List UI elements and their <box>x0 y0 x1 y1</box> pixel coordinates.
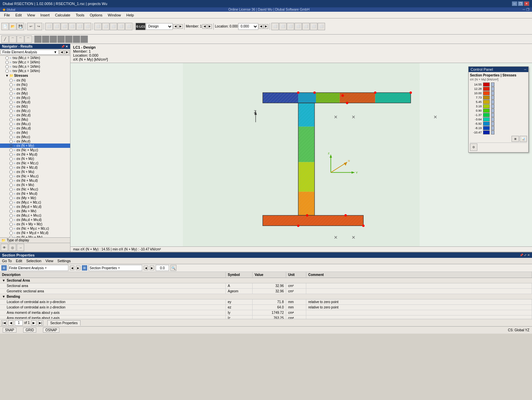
cp-chart-btn[interactable]: 📊 <box>520 136 527 142</box>
menu-window[interactable]: Window <box>105 12 123 18</box>
analysis-prev[interactable]: ◀ <box>70 266 74 270</box>
nav-item-sigma-nc-myc-mzc[interactable]: ≈ σx (Nc + My,c + Mz,c) <box>0 226 70 231</box>
nav-item-sigma-nc-muc[interactable]: ≈ σx (Nc + Mu,c) <box>0 174 70 178</box>
nav-item-sigma-ni-mvd[interactable]: ≈ σx (Ni + Mv,d) <box>0 191 70 196</box>
section-panel-controls[interactable]: 📌 ⤢ ✕ <box>520 253 530 257</box>
nav-item-sigma-mu[interactable]: ≈ σx (Mu) <box>0 117 70 122</box>
nav-item-sigma-nc[interactable]: ≈ σx (Nc) <box>0 82 70 87</box>
sub-minimize[interactable]: ─ <box>523 8 525 11</box>
draw8-button[interactable] <box>57 36 65 43</box>
draw3-button[interactable]: ⌒ <box>17 36 24 43</box>
minimize-button[interactable]: ─ <box>512 1 517 6</box>
nav7-button[interactable]: ⬜ <box>318 23 325 30</box>
nav-item-sigma-n-mu-mv[interactable]: ≈ σx (N + Mu + Mv) <box>0 235 70 237</box>
undo-button[interactable]: ↩ <box>27 23 35 30</box>
draw9-button[interactable] <box>65 36 72 43</box>
nav-item-sigma-mud-mvd[interactable]: ≈ σx (Mu,d + Mv,d) <box>0 218 70 222</box>
nav-item-sigma-ni-myd[interactable]: ≈ σx (Ni + My,d) <box>0 152 70 157</box>
disp1-button[interactable]: ⬜ <box>94 23 102 30</box>
nav-item-sigma-mz[interactable]: ≈ σx (Mz) <box>0 104 70 109</box>
draw4-button[interactable]: ⌒ <box>24 36 32 43</box>
section-panel-close[interactable]: ✕ <box>527 253 530 257</box>
nav-item-sigma-mvc[interactable]: ≈ σx (Mv,c) <box>0 135 70 139</box>
nav-item-sigma-n[interactable]: ≈ σx (N) <box>0 78 70 82</box>
control-panel-close[interactable]: ─ <box>524 68 526 71</box>
menu-edit[interactable]: Edit <box>13 12 24 18</box>
nav-bottom-btn2[interactable]: ◎ <box>9 244 16 251</box>
loc-prev[interactable]: ◀ <box>259 24 263 29</box>
nav2-button[interactable]: ⬜ <box>279 23 286 30</box>
page-first-button[interactable]: |◀ <box>1 320 7 326</box>
sub-restore[interactable]: ❐ <box>526 8 529 11</box>
disp4-button[interactable]: ⬜ <box>117 23 125 30</box>
navigator-header-buttons[interactable]: 📌 ✕ <box>61 45 68 48</box>
loc-next[interactable]: ▶ <box>264 24 268 29</box>
page-current-input[interactable] <box>15 320 23 326</box>
nav-item-tau-xv-ms[interactable]: ≈ τxv (Mc,s = 1kNm) <box>0 69 70 73</box>
grid-status[interactable]: GRID <box>23 328 36 333</box>
menu-help[interactable]: Help <box>123 12 137 18</box>
redo-button[interactable]: ↪ <box>35 23 42 30</box>
restore-button[interactable]: ❐ <box>518 1 523 6</box>
analysis-combo[interactable]: Finite Element Analysis ▼ <box>8 265 68 271</box>
disp5-button[interactable]: ⬜ <box>125 23 132 30</box>
draw10-button[interactable] <box>73 36 80 43</box>
nav-item-sigma-my[interactable]: ≈ σx (My) <box>0 91 70 96</box>
nav-pin-button[interactable]: 📌 <box>61 45 65 48</box>
draw1-button[interactable]: ╱ <box>1 36 9 43</box>
nav-item-sigma-mvd[interactable]: ≈ σx (Mv,d) <box>0 139 70 144</box>
nav-item-sigma-ni-myd-mzd[interactable]: ≈ σx (Ni + My,d + Mz,d) <box>0 231 70 235</box>
disp2-button[interactable]: ⬜ <box>102 23 109 30</box>
open-button[interactable]: 📂 <box>9 23 16 30</box>
zoom5-button[interactable]: ⬜ <box>76 23 84 30</box>
new-button[interactable]: 📄 <box>1 23 9 30</box>
nav-item-sigma-ni-mzd[interactable]: ≈ σx (Ni + Mz,d) <box>0 165 70 170</box>
nav-item-sigma-ni-mud[interactable]: ≈ σx (Ni + Mu,d) <box>0 178 70 183</box>
section-menu-edit[interactable]: Edit <box>14 259 23 263</box>
page-last-button[interactable]: ▶| <box>38 320 43 326</box>
lc-select[interactable]: Design <box>146 23 173 30</box>
nav-item-sigma-mv[interactable]: ≈ σx (Mv) <box>0 130 70 135</box>
zoom2-button[interactable]: ⬜ <box>53 23 60 30</box>
section-menu-settings[interactable]: Settings <box>56 259 72 263</box>
nav-item-tau-xv-mc[interactable]: ≈ τxv (Mc,c = 1kNm) <box>0 60 70 64</box>
nav-group-stresses[interactable]: ▼ 📁 Stresses <box>0 73 70 78</box>
nav-item-sigma-mzc[interactable]: ≈ σx (Mz,c) <box>0 109 70 113</box>
nav-item-sigma-n-my-selected[interactable]: ≈ σx (N + My) <box>0 144 70 148</box>
nav-item-sigma-mzd[interactable]: ≈ σx (Mz,d) <box>0 113 70 117</box>
menu-calculate[interactable]: Calculate <box>52 12 73 18</box>
save-button[interactable]: 💾 <box>17 23 24 30</box>
cp-table-btn[interactable]: ⊞ <box>512 136 519 142</box>
nav-forward-button[interactable]: ▶ <box>65 50 69 55</box>
nav-item-sigma-n-mu[interactable]: ≈ σx (N + Mu) <box>0 170 70 174</box>
draw5-button[interactable] <box>34 36 42 43</box>
lc-prev[interactable]: ◀ <box>173 24 178 29</box>
section-combo[interactable]: Section Properties ▼ <box>89 265 142 271</box>
nav4-button[interactable]: ⬜ <box>295 23 302 30</box>
snap-status[interactable]: SNAP <box>3 328 16 333</box>
nav5-button[interactable]: ⬜ <box>302 23 310 30</box>
draw6-button[interactable] <box>42 36 49 43</box>
location-select[interactable]: 0.000 <box>238 23 258 30</box>
zoom3-button[interactable]: ⬜ <box>61 23 68 30</box>
nav-bottom-btn3[interactable]: → <box>17 244 24 251</box>
cp-settings-btn[interactable]: ⚙ <box>470 144 477 151</box>
section-menu-selection[interactable]: Selection <box>25 259 43 263</box>
page-section-tab[interactable]: Section Properties <box>47 320 81 326</box>
menu-tools[interactable]: Tools <box>73 12 87 18</box>
nav-item-sigma-my-d[interactable]: ≈ σx (My,d) <box>0 100 70 104</box>
nav-item-sigma-n-mv[interactable]: ≈ σx (N + Mv) <box>0 183 70 187</box>
window-controls[interactable]: ─ ❐ ✕ <box>512 1 529 6</box>
draw11-button[interactable] <box>81 36 88 43</box>
section-search-button[interactable]: 🔍 <box>170 265 176 271</box>
nav3-button[interactable]: ⬜ <box>287 23 294 30</box>
nav-item-sigma-my-c[interactable]: ≈ σx (My,c) <box>0 96 70 100</box>
menu-file[interactable]: File <box>1 12 13 18</box>
nav-item-sigma-mud[interactable]: ≈ σx (Mu,d) <box>0 126 70 130</box>
zoom6-button[interactable]: ⬜ <box>84 23 91 30</box>
analysis-next[interactable]: ▶ <box>76 266 81 270</box>
nav-item-sigma-nc-myc[interactable]: ≈ σx (Nc + My,c) <box>0 148 70 152</box>
nav-item-sigma-nc-mzc[interactable]: ≈ σx (Nc + Mz,c) <box>0 161 70 165</box>
member-prev[interactable]: ◀ <box>202 24 207 29</box>
section-number-input[interactable]: 0.0 <box>156 265 169 271</box>
